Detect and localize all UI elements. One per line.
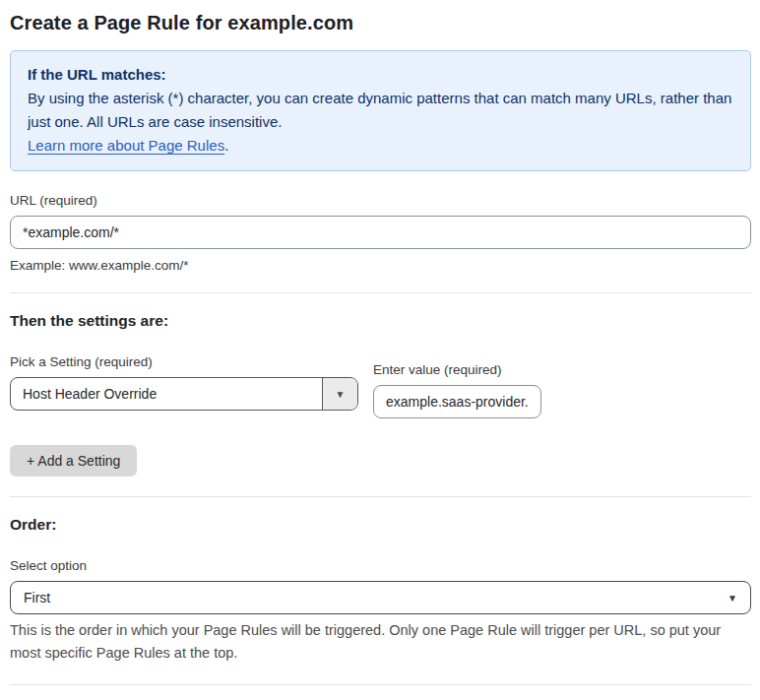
url-match-info-box: If the URL matches: By using the asteris… xyxy=(10,50,751,171)
learn-more-link[interactable]: Learn more about Page Rules xyxy=(28,137,224,154)
divider xyxy=(10,292,751,293)
setting-value-column: Enter value (required) xyxy=(373,362,541,418)
chevron-down-icon: ▼ xyxy=(728,593,737,604)
divider xyxy=(10,684,751,685)
link-period: . xyxy=(224,137,228,154)
setting-select-label: Pick a Setting (required) xyxy=(10,354,358,369)
setting-select-column: Pick a Setting (required) Host Header Ov… xyxy=(10,354,358,411)
order-section-heading: Order: xyxy=(10,516,751,534)
settings-section-heading: Then the settings are: xyxy=(10,312,751,330)
order-select[interactable]: First ▼ xyxy=(10,581,751,614)
page-title: Create a Page Rule for example.com xyxy=(10,12,751,34)
info-box-link-line: Learn more about Page Rules. xyxy=(28,134,733,158)
url-input[interactable] xyxy=(10,216,751,249)
setting-select[interactable]: Host Header Override ▼ xyxy=(10,377,358,411)
order-hint: This is the order in which your Page Rul… xyxy=(10,619,751,665)
info-box-heading: If the URL matches: xyxy=(28,63,733,87)
setting-select-arrow-button[interactable]: ▼ xyxy=(322,378,357,410)
setting-select-value: Host Header Override xyxy=(11,378,322,410)
setting-value-label: Enter value (required) xyxy=(373,362,541,377)
url-field-label: URL (required) xyxy=(10,193,751,208)
page-rule-form: Create a Page Rule for example.com If th… xyxy=(0,0,760,700)
info-box-body: By using the asterisk (*) character, you… xyxy=(28,87,733,134)
settings-row: Pick a Setting (required) Host Header Ov… xyxy=(10,354,751,418)
order-select-label: Select option xyxy=(10,558,751,573)
chevron-down-icon: ▼ xyxy=(336,389,346,400)
order-select-value: First xyxy=(24,590,50,605)
url-field-hint: Example: www.example.com/* xyxy=(10,258,751,273)
add-setting-button[interactable]: + Add a Setting xyxy=(10,445,137,477)
setting-value-input[interactable] xyxy=(373,385,541,418)
divider xyxy=(10,496,751,497)
